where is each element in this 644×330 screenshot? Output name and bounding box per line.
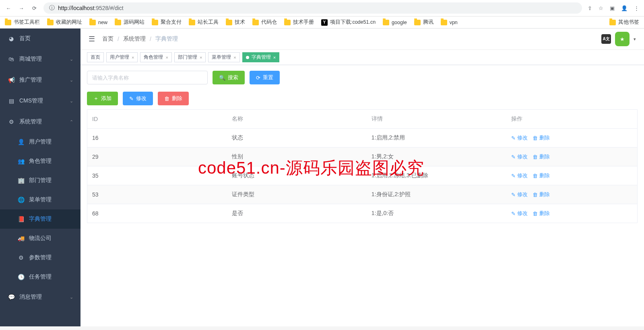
row-delete-link[interactable]: 🗑删除 xyxy=(533,153,550,160)
row-delete-link[interactable]: 🗑删除 xyxy=(533,210,550,217)
close-icon[interactable]: × xyxy=(200,55,202,60)
edit-icon: ✎ xyxy=(511,173,516,179)
close-icon[interactable]: × xyxy=(233,55,236,60)
menu-icon[interactable]: ⋮ xyxy=(634,5,639,11)
row-edit-link[interactable]: ✎修改 xyxy=(511,153,528,160)
close-icon[interactable]: × xyxy=(132,55,134,60)
table-row[interactable]: 68是否1:是,0:否✎修改🗑删除 xyxy=(87,204,638,223)
th-id: ID xyxy=(87,110,227,129)
table-row[interactable]: 16状态1:启用,2:禁用✎修改🗑删除 xyxy=(87,129,638,148)
share-icon[interactable]: ⇧ xyxy=(588,5,592,11)
reload-icon[interactable]: ⟳ xyxy=(31,4,38,12)
sidebar-item-logistics[interactable]: 🚚物流公司 xyxy=(0,229,80,248)
sidebar-item-dept[interactable]: 🏢部门管理 xyxy=(0,171,80,190)
sidebar-item-role[interactable]: 👥角色管理 xyxy=(0,152,80,171)
sidebar-item-param[interactable]: ⚙参数管理 xyxy=(0,248,80,267)
profile-icon[interactable]: 👤 xyxy=(621,5,627,11)
cell-id: 53 xyxy=(87,185,227,204)
breadcrumb-sep: / xyxy=(118,36,119,42)
url-text: http://localhost:9528/#/dict xyxy=(58,5,124,11)
cell-op: ✎修改🗑删除 xyxy=(506,166,637,185)
row-delete-link[interactable]: 🗑删除 xyxy=(533,172,550,179)
row-delete-link[interactable]: 🗑删除 xyxy=(533,134,550,141)
bookmark-item[interactable]: 收藏的网址 xyxy=(47,19,82,26)
message-icon: 💬 xyxy=(8,294,14,300)
tab-home[interactable]: 首页 xyxy=(87,52,104,62)
bookmark-item[interactable]: google xyxy=(383,20,407,25)
breadcrumb-home[interactable]: 首页 xyxy=(102,35,114,43)
sidebar-item-promo[interactable]: 📢推广管理⌄ xyxy=(0,70,80,90)
bookmark-item[interactable]: 技术 xyxy=(226,19,245,26)
bookmark-item[interactable]: 书签工具栏 xyxy=(5,19,40,26)
other-bookmarks[interactable]: 其他书签 xyxy=(609,19,639,26)
table-row[interactable]: 53证件类型1:身份证,2:护照✎修改🗑删除 xyxy=(87,185,638,204)
th-op: 操作 xyxy=(506,110,637,129)
cell-name: 证件类型 xyxy=(227,185,367,204)
search-icon: 🔍 xyxy=(219,75,225,81)
delete-button[interactable]: 🗑删除 xyxy=(158,92,189,105)
chevron-down-icon[interactable]: ▾ xyxy=(634,37,636,42)
search-button[interactable]: 🔍搜索 xyxy=(213,71,245,84)
forward-icon[interactable]: → xyxy=(18,4,25,12)
row-delete-link[interactable]: 🗑删除 xyxy=(533,191,550,198)
bookmark-item[interactable]: 源码网站 xyxy=(115,19,144,26)
bookmark-item[interactable]: 聚合支付 xyxy=(152,19,182,26)
bookmark-item[interactable]: 站长工具 xyxy=(189,19,219,26)
tab-dept[interactable]: 部门管理× xyxy=(174,52,206,62)
sidebar-item-system[interactable]: ⚙系统管理⌃ xyxy=(0,111,80,132)
panel-icon[interactable]: ▣ xyxy=(610,5,615,11)
plus-icon: ＋ xyxy=(93,95,99,102)
building-icon: 🏢 xyxy=(18,177,24,184)
sidebar-item-user[interactable]: 👤用户管理 xyxy=(0,132,80,152)
bookmark-item[interactable]: Y项目下载:code51.cn xyxy=(321,19,376,26)
breadcrumb-sys[interactable]: 系统管理 xyxy=(123,35,146,43)
sidebar-item-cms[interactable]: ▤CMS管理⌄ xyxy=(0,90,80,111)
folder-icon xyxy=(89,20,96,25)
sidebar-item-mall[interactable]: 🛍商城管理⌄ xyxy=(0,49,80,70)
tab-dict[interactable]: 字典管理× xyxy=(242,52,279,62)
cell-op: ✎修改🗑删除 xyxy=(506,185,637,204)
trash-icon: 🗑 xyxy=(164,96,169,102)
back-icon[interactable]: ← xyxy=(5,4,12,12)
sidebar-item-task[interactable]: 🕒任务管理 xyxy=(0,267,80,287)
cell-name: 账号状态 xyxy=(227,166,367,185)
table-row[interactable]: 29性别1:男,2:女✎修改🗑删除 xyxy=(87,148,638,166)
search-input[interactable] xyxy=(87,71,208,84)
sidebar-item-home[interactable]: ◕首页 xyxy=(0,29,80,49)
edit-icon: ✎ xyxy=(511,192,516,198)
edit-button[interactable]: ✎修改 xyxy=(123,92,153,105)
site-info-icon[interactable]: ⓘ xyxy=(49,4,55,12)
row-edit-link[interactable]: ✎修改 xyxy=(511,134,528,141)
sidebar-item-menu[interactable]: 🌐菜单管理 xyxy=(0,190,80,209)
close-icon[interactable]: × xyxy=(165,55,168,60)
trash-icon: 🗑 xyxy=(533,173,538,179)
bookmark-item[interactable]: 代码仓 xyxy=(252,19,277,26)
tab-menu[interactable]: 菜单管理× xyxy=(208,52,239,62)
bookmark-item[interactable]: new xyxy=(89,20,107,25)
close-icon[interactable]: × xyxy=(273,55,276,60)
bookmark-item[interactable]: 腾讯 xyxy=(414,19,433,26)
sidebar: ◕首页 🛍商城管理⌄ 📢推广管理⌄ ▤CMS管理⌄ ⚙系统管理⌃ 👤用户管理 👥… xyxy=(0,29,80,326)
bookmarks-bar: 书签工具栏 收藏的网址 new 源码网站 聚合支付 站长工具 技术 代码仓 技术… xyxy=(0,16,644,29)
sidebar-item-msg[interactable]: 💬消息管理⌄ xyxy=(0,287,80,307)
tab-user[interactable]: 用户管理× xyxy=(106,52,138,62)
hamburger-icon[interactable]: ☰ xyxy=(89,35,95,43)
row-edit-link[interactable]: ✎修改 xyxy=(511,172,528,179)
row-edit-link[interactable]: ✎修改 xyxy=(511,191,528,198)
add-button[interactable]: ＋添加 xyxy=(87,92,118,105)
url-bar[interactable]: ⓘ http://localhost:9528/#/dict xyxy=(43,2,582,14)
bag-icon: 🛍 xyxy=(8,56,14,62)
folder-icon xyxy=(47,20,54,25)
language-switch[interactable]: A文 xyxy=(601,34,611,44)
clock-icon: 🕒 xyxy=(18,274,24,280)
table-row[interactable]: 35账号状态1:启用,2:冻结,3:已删除✎修改🗑删除 xyxy=(87,166,638,185)
avatar[interactable]: ★ xyxy=(615,32,630,46)
refresh-icon: ⟳ xyxy=(256,75,260,81)
star-icon[interactable]: ☆ xyxy=(599,5,603,11)
bookmark-item[interactable]: vpn xyxy=(441,20,458,25)
tab-role[interactable]: 角色管理× xyxy=(140,52,171,62)
reset-button[interactable]: ⟳重置 xyxy=(250,71,280,84)
row-edit-link[interactable]: ✎修改 xyxy=(511,210,528,217)
bookmark-item[interactable]: 技术手册 xyxy=(284,19,314,26)
sidebar-item-dict[interactable]: 📕字典管理 xyxy=(0,209,80,229)
